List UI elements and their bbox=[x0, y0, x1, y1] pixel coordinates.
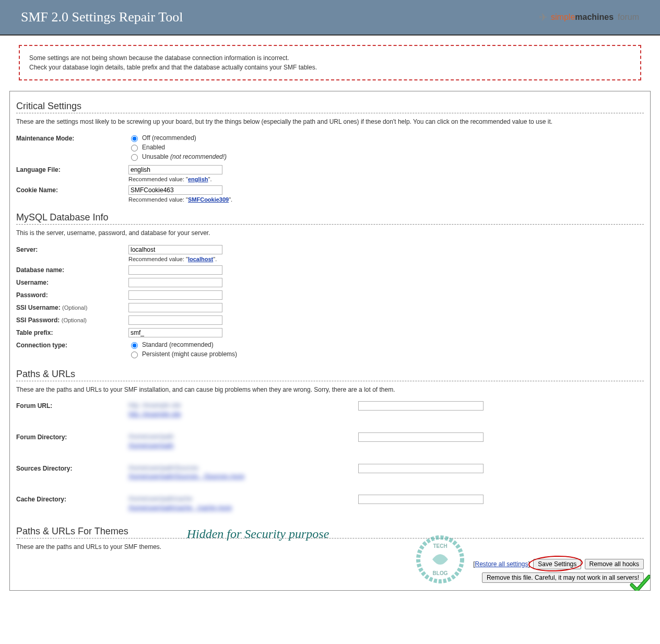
smf-logo: ✈ simplemachines forum bbox=[539, 11, 639, 24]
plane-icon: ✈ bbox=[539, 11, 548, 24]
cache-dir-label: Cache Directory: bbox=[16, 495, 128, 503]
password-label: Password: bbox=[16, 290, 128, 299]
page-title: SMF 2.0 Settings Repair Tool bbox=[21, 9, 183, 25]
ssi-pass-input[interactable] bbox=[128, 315, 222, 325]
themes-desc: These are the paths and URLs to your SMF… bbox=[16, 543, 644, 552]
paths-desc: These are the paths and URLs to your SMF… bbox=[16, 385, 644, 394]
error-line-2: Check your database login details, table… bbox=[29, 63, 631, 72]
themes-title: Paths & URLs For Themes bbox=[16, 526, 644, 537]
sources-dir-input[interactable] bbox=[358, 464, 484, 473]
svg-text:BLOG: BLOG bbox=[433, 570, 448, 576]
username-label: Username: bbox=[16, 278, 128, 286]
server-reco-link[interactable]: localhost bbox=[188, 256, 213, 262]
language-reco-link[interactable]: english bbox=[188, 176, 208, 182]
save-settings-button[interactable]: Save Settings bbox=[533, 559, 581, 569]
server-reco: Recommended value: "localhost". bbox=[128, 256, 644, 262]
maintenance-label: Maintenance Mode: bbox=[16, 134, 128, 142]
cookie-input[interactable] bbox=[128, 185, 222, 195]
db-title: MySQL Database Info bbox=[16, 212, 644, 223]
forum-dir-input[interactable] bbox=[358, 432, 484, 442]
forum-dir-label: Forum Directory: bbox=[16, 432, 128, 441]
language-label: Language File: bbox=[16, 165, 128, 173]
conn-label: Connection type: bbox=[16, 341, 128, 349]
dbname-label: Database name: bbox=[16, 265, 128, 274]
header: SMF 2.0 Settings Repair Tool ✈ simplemac… bbox=[0, 0, 660, 36]
cache-dir-input[interactable] bbox=[358, 495, 484, 504]
footer-actions: TECH BLOG [Restore all settings] Save Se… bbox=[16, 559, 644, 583]
paths-title: Paths & URLs bbox=[16, 369, 644, 380]
divider bbox=[16, 224, 644, 225]
server-label: Server: bbox=[16, 245, 128, 253]
svg-text:TECH: TECH bbox=[433, 543, 447, 549]
error-box: Some settings are not being shown becaus… bbox=[19, 45, 641, 80]
cookie-reco-link[interactable]: SMFCookie309 bbox=[188, 196, 229, 203]
maintenance-unusable-radio[interactable] bbox=[131, 154, 138, 161]
conn-persist-radio[interactable] bbox=[131, 352, 138, 358]
critical-desc: These are the settings most likely to be… bbox=[16, 118, 644, 126]
divider bbox=[16, 381, 644, 381]
error-line-1: Some settings are not being shown becaus… bbox=[29, 53, 631, 63]
remove-file-button[interactable]: Remove this file. Careful, it may not wo… bbox=[482, 572, 644, 583]
server-input[interactable] bbox=[128, 245, 222, 254]
watermark-icon: TECH BLOG bbox=[414, 533, 466, 586]
prefix-label: Table prefix: bbox=[16, 328, 128, 336]
username-input[interactable] bbox=[128, 278, 222, 287]
checkmark-icon bbox=[629, 573, 650, 591]
language-reco: Recommended value: "english". bbox=[128, 176, 644, 182]
db-desc: This is the server, username, password, … bbox=[16, 229, 644, 238]
ssi-pass-label: SSI Password: (Optional) bbox=[16, 315, 128, 324]
divider bbox=[16, 113, 644, 113]
forum-url-input[interactable] bbox=[358, 401, 484, 411]
restore-all-link[interactable]: Restore all settings bbox=[475, 560, 528, 568]
settings-panel: Critical Settings These are the settings… bbox=[9, 91, 651, 591]
forum-url-label: Forum URL: bbox=[16, 401, 128, 409]
maintenance-off-radio[interactable] bbox=[131, 135, 138, 142]
cookie-label: Cookie Name: bbox=[16, 185, 128, 194]
dbname-input[interactable] bbox=[128, 265, 222, 275]
maintenance-enabled-radio[interactable] bbox=[131, 145, 138, 151]
ssi-user-label: SSI Username: (Optional) bbox=[16, 303, 128, 311]
critical-title: Critical Settings bbox=[16, 101, 644, 112]
sources-dir-label: Sources Directory: bbox=[16, 464, 128, 472]
ssi-user-input[interactable] bbox=[128, 303, 222, 312]
password-input[interactable] bbox=[128, 290, 222, 300]
divider bbox=[16, 538, 644, 538]
language-input[interactable] bbox=[128, 165, 222, 174]
cookie-reco: Recommended value: "SMFCookie309". bbox=[128, 196, 644, 203]
remove-hooks-button[interactable]: Remove all hooks bbox=[585, 559, 644, 569]
prefix-input[interactable] bbox=[128, 328, 222, 337]
conn-standard-radio[interactable] bbox=[131, 342, 138, 349]
